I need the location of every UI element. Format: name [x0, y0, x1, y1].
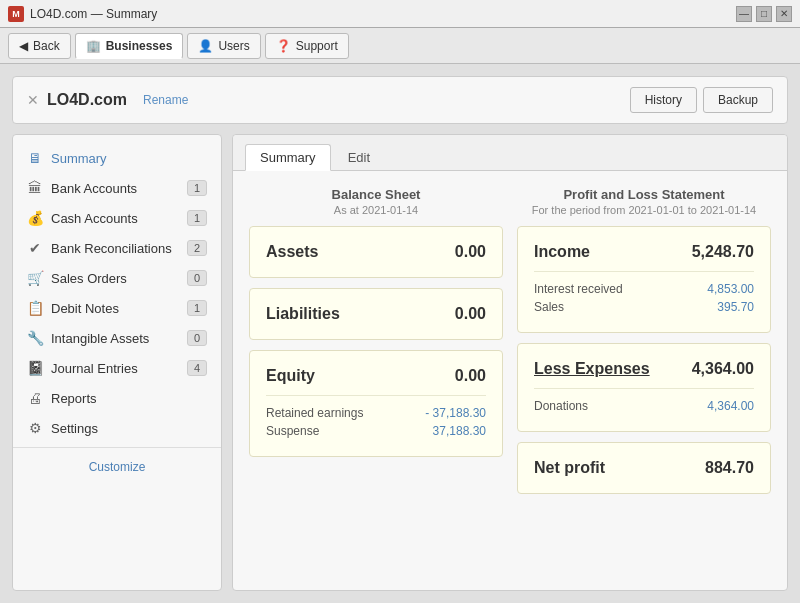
liabilities-card: Liabilities 0.00 — [249, 288, 503, 340]
balance-sheet-title: Balance Sheet — [249, 187, 503, 202]
expenses-detail-value-0: 4,364.00 — [707, 399, 754, 413]
sidebar-label-reports: Reports — [51, 391, 97, 406]
equity-detail-value-0: - 37,188.30 — [425, 406, 486, 420]
income-card: Income 5,248.70 Interest received 4,853.… — [517, 226, 771, 333]
sidebar: 🖥 Summary 🏛 Bank Accounts 1 💰 Cash Accou… — [12, 134, 222, 591]
profit-loss-subtitle: For the period from 2021-01-01 to 2021-0… — [517, 204, 771, 216]
reports-icon: 🖨 — [27, 390, 43, 406]
balance-sheet-subtitle: As at 2021-01-14 — [249, 204, 503, 216]
tab-edit[interactable]: Edit — [333, 144, 385, 171]
business-card-right: History Backup — [630, 87, 773, 113]
income-detail-value-0: 4,853.00 — [707, 282, 754, 296]
titlebar-controls: — □ ✕ — [736, 6, 792, 22]
income-main-row: Income 5,248.70 — [534, 243, 754, 261]
sidebar-item-bank-reconciliations[interactable]: ✔ Bank Reconciliations 2 — [13, 233, 221, 263]
liabilities-main-row: Liabilities 0.00 — [266, 305, 486, 323]
panel-content: Balance Sheet As at 2021-01-14 Assets 0.… — [233, 171, 787, 520]
toolbar: ◀ Back 🏢 Businesses 👤 Users ❓ Support — [0, 28, 800, 64]
sidebar-item-sales-orders[interactable]: 🛒 Sales Orders 0 — [13, 263, 221, 293]
sidebar-label-journal-entries: Journal Entries — [51, 361, 138, 376]
panel-tabs: Summary Edit — [233, 135, 787, 171]
income-value: 5,248.70 — [692, 243, 754, 261]
assets-card: Assets 0.00 — [249, 226, 503, 278]
profit-loss-column: Profit and Loss Statement For the period… — [517, 187, 771, 504]
net-profit-label: Net profit — [534, 459, 605, 477]
business-card: ✕ LO4D.com Rename History Backup — [12, 76, 788, 124]
assets-label: Assets — [266, 243, 318, 261]
app-logo: M — [8, 6, 24, 22]
cash-accounts-icon: 💰 — [27, 210, 43, 226]
bank-accounts-icon: 🏛 — [27, 180, 43, 196]
cash-accounts-badge: 1 — [187, 210, 207, 226]
expenses-detail-0: Donations 4,364.00 — [534, 397, 754, 415]
sidebar-label-settings: Settings — [51, 421, 98, 436]
net-profit-card: Net profit 884.70 — [517, 442, 771, 494]
bank-reconciliations-icon: ✔ — [27, 240, 43, 256]
income-detail-label-0: Interest received — [534, 282, 623, 296]
business-card-left: ✕ LO4D.com Rename — [27, 91, 188, 109]
liabilities-label: Liabilities — [266, 305, 340, 323]
profit-loss-title: Profit and Loss Statement — [517, 187, 771, 202]
minimize-button[interactable]: — — [736, 6, 752, 22]
sidebar-item-debit-notes[interactable]: 📋 Debit Notes 1 — [13, 293, 221, 323]
equity-card: Equity 0.00 Retained earnings - 37,188.3… — [249, 350, 503, 457]
income-detail-0: Interest received 4,853.00 — [534, 280, 754, 298]
sidebar-item-settings[interactable]: ⚙ Settings — [13, 413, 221, 443]
main-container: ✕ LO4D.com Rename History Backup 🖥 Summa… — [0, 64, 800, 603]
history-button[interactable]: History — [630, 87, 697, 113]
equity-main-row: Equity 0.00 — [266, 367, 486, 385]
tab-summary[interactable]: Summary — [245, 144, 331, 171]
expenses-details: Donations 4,364.00 — [534, 388, 754, 415]
sidebar-item-journal-entries[interactable]: 📓 Journal Entries 4 — [13, 353, 221, 383]
bank-accounts-badge: 1 — [187, 180, 207, 196]
sidebar-label-summary: Summary — [51, 151, 107, 166]
titlebar-title: LO4D.com — Summary — [30, 7, 157, 21]
businesses-button[interactable]: 🏢 Businesses — [75, 33, 184, 59]
businesses-icon: 🏢 — [86, 39, 101, 53]
expenses-detail-label-0: Donations — [534, 399, 588, 413]
users-button[interactable]: 👤 Users — [187, 33, 260, 59]
business-close-icon[interactable]: ✕ — [27, 92, 39, 108]
summary-icon: 🖥 — [27, 150, 43, 166]
equity-value: 0.00 — [455, 367, 486, 385]
sales-orders-icon: 🛒 — [27, 270, 43, 286]
sidebar-label-bank-reconciliations: Bank Reconciliations — [51, 241, 172, 256]
net-profit-value: 884.70 — [705, 459, 754, 477]
sidebar-item-reports[interactable]: 🖨 Reports — [13, 383, 221, 413]
bank-reconciliations-badge: 2 — [187, 240, 207, 256]
income-detail-label-1: Sales — [534, 300, 564, 314]
sidebar-label-intangible-assets: Intangible Assets — [51, 331, 149, 346]
maximize-button[interactable]: □ — [756, 6, 772, 22]
income-details: Interest received 4,853.00 Sales 395.70 — [534, 271, 754, 316]
balance-sheet-header: Balance Sheet As at 2021-01-14 — [249, 187, 503, 216]
sidebar-item-summary[interactable]: 🖥 Summary — [13, 143, 221, 173]
sidebar-divider — [13, 447, 221, 448]
support-button[interactable]: ❓ Support — [265, 33, 349, 59]
assets-value: 0.00 — [455, 243, 486, 261]
balance-sheet-column: Balance Sheet As at 2021-01-14 Assets 0.… — [249, 187, 503, 504]
support-icon: ❓ — [276, 39, 291, 53]
content-area: 🖥 Summary 🏛 Bank Accounts 1 💰 Cash Accou… — [12, 134, 788, 591]
journal-entries-icon: 📓 — [27, 360, 43, 376]
titlebar: M LO4D.com — Summary — □ ✕ — [0, 0, 800, 28]
assets-main-row: Assets 0.00 — [266, 243, 486, 261]
sales-orders-badge: 0 — [187, 270, 207, 286]
sidebar-item-cash-accounts[interactable]: 💰 Cash Accounts 1 — [13, 203, 221, 233]
expenses-main-row: Less Expenses 4,364.00 — [534, 360, 754, 378]
income-label: Income — [534, 243, 590, 261]
sidebar-item-intangible-assets[interactable]: 🔧 Intangible Assets 0 — [13, 323, 221, 353]
sidebar-label-bank-accounts: Bank Accounts — [51, 181, 137, 196]
debit-notes-badge: 1 — [187, 300, 207, 316]
sidebar-item-bank-accounts[interactable]: 🏛 Bank Accounts 1 — [13, 173, 221, 203]
settings-icon: ⚙ — [27, 420, 43, 436]
backup-button[interactable]: Backup — [703, 87, 773, 113]
right-panel: Summary Edit Balance Sheet As at 2021-01… — [232, 134, 788, 591]
business-name: LO4D.com — [47, 91, 127, 109]
back-button[interactable]: ◀ Back — [8, 33, 71, 59]
intangible-assets-icon: 🔧 — [27, 330, 43, 346]
expenses-label: Less Expenses — [534, 360, 650, 378]
customize-link[interactable]: Customize — [13, 452, 221, 482]
close-button[interactable]: ✕ — [776, 6, 792, 22]
rename-link[interactable]: Rename — [143, 93, 188, 107]
intangible-assets-badge: 0 — [187, 330, 207, 346]
